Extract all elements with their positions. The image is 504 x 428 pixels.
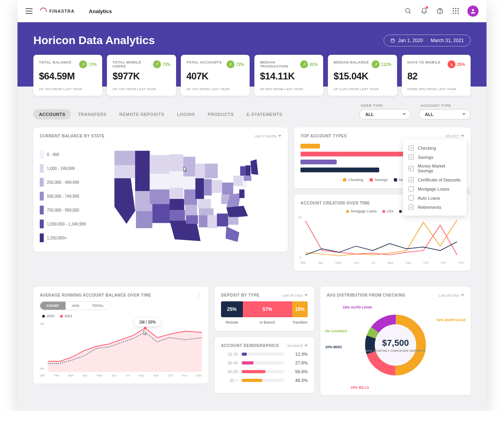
kpi-row: TOTAL BALANCE ↗ 73% $64.59M UP 73% FROM … — [33, 55, 471, 96]
us-map[interactable] — [94, 142, 281, 245]
dropdown-option[interactable]: ✓Retirements — [403, 202, 467, 212]
svg-rect-6 — [457, 8, 459, 9]
kpi-card: TOTAL ACCOUNTS ↗ 72% 407K UP 72% FROM LA… — [181, 55, 250, 96]
tab-logins[interactable]: LOGINS — [171, 109, 200, 120]
cursor-icon — [142, 330, 148, 336]
deposit-range-select[interactable]: Last 90 Days — [282, 293, 308, 297]
top-types-select[interactable]: SELECT — [446, 134, 464, 138]
demo-row: 30-44 27.8% — [221, 361, 308, 365]
svg-rect-12 — [457, 13, 459, 14]
dropdown-option[interactable]: ✓Certificate of Deposits — [403, 175, 467, 184]
card-distribution-checking: AVG DISTRIBUTION FROM CHECKING Last 30 D… — [320, 287, 471, 395]
kpi-pct: 72% — [163, 62, 171, 67]
svg-rect-22 — [150, 155, 170, 174]
menu-icon[interactable] — [25, 8, 33, 14]
filter-user-type: USER TYPE ALL — [359, 104, 411, 120]
svg-rect-34 — [184, 189, 197, 205]
map-legend: 0 - 9001,000 - 249,999250,000 - 499,9995… — [40, 142, 86, 242]
svg-rect-18 — [114, 151, 135, 166]
notification-dot-icon — [426, 6, 428, 9]
svg-line-1 — [409, 12, 411, 13]
dropdown-option[interactable]: Auto Loans — [403, 193, 467, 202]
card-title: DEPOSIT BY TYPE — [221, 293, 260, 297]
kpi-foot: UP 73% FROM LAST YEAR — [39, 87, 97, 91]
apps-icon[interactable] — [452, 7, 460, 15]
tab-remote deposits[interactable]: REMOTE DEPOSITS — [114, 109, 170, 120]
search-icon[interactable] — [404, 7, 413, 15]
type-bar — [300, 168, 379, 172]
stacked-segment: 18% — [292, 301, 308, 317]
stacked-label: Transfers — [292, 320, 308, 324]
kpi-label: MEDIAN TRANSACTION — [260, 60, 300, 68]
tab-e-statements[interactable]: E-STATEMENTS — [241, 109, 288, 120]
svg-rect-20 — [135, 151, 150, 191]
svg-point-56 — [144, 327, 146, 330]
account-type-select[interactable]: ALL — [419, 109, 471, 120]
date-range-picker[interactable]: Jan 1, 2020 · March 31, 2021 — [384, 35, 471, 46]
donut-center-sub: AVG MONTHLY CHECKING DEPOSTS — [365, 349, 425, 353]
type-bar — [300, 144, 320, 148]
topbar: FINASTRA Analytics — [17, 0, 487, 22]
dropdown-option[interactable]: Mortgage Loans — [403, 184, 467, 193]
trend-down-icon: ↘ — [448, 60, 456, 68]
donut-range-select[interactable]: Last 30 Days — [438, 293, 464, 297]
legend-item: 2020 — [42, 314, 54, 318]
kpi-value: 82 — [407, 71, 465, 82]
legend-item: 750,000 - 999,000 — [40, 206, 86, 214]
trend-up-icon: ↗ — [300, 60, 308, 68]
kpi-label: TOTAL BALANCE — [39, 60, 72, 64]
svg-rect-28 — [169, 172, 183, 188]
stacked-bar: 25%57%18% — [221, 301, 308, 317]
tabs: ACCOUNTSTRANSFERSREMOTE DEPOSITSLOGINSPR… — [33, 109, 288, 120]
legend-item: 500,000 - 749,999 — [40, 192, 86, 201]
notifications-icon[interactable] — [420, 7, 428, 15]
legend-item: 1,000 - 249,999 — [40, 164, 86, 173]
cursor-icon — [181, 166, 188, 173]
tab-products[interactable]: PRODUCTS — [202, 109, 240, 120]
trend-up-icon: ↗ — [153, 60, 161, 68]
svg-rect-53 — [245, 166, 250, 176]
kpi-foot: UP 72% FROM LAST YEAR — [186, 87, 244, 91]
legend-item: Checking — [343, 178, 363, 182]
kpi-value: $977K — [112, 71, 170, 82]
user-type-select[interactable]: ALL — [359, 109, 411, 120]
help-icon[interactable] — [436, 7, 444, 15]
stacked-label: In Branch — [243, 320, 292, 324]
legend-item: Mortgage Loans — [346, 209, 376, 213]
kpi-foot: DOWN 25% FROM LAST YEAR — [407, 87, 465, 91]
svg-rect-8 — [455, 10, 456, 12]
avatar[interactable] — [467, 6, 479, 17]
kpi-label: DAYS TO MOBILE — [407, 60, 441, 64]
segment-avg[interactable]: AVG — [66, 302, 86, 310]
svg-rect-31 — [169, 210, 185, 220]
svg-rect-43 — [199, 208, 213, 215]
dropdown-option[interactable]: ✓Checking — [403, 143, 467, 152]
tab-transfers[interactable]: TRANSFERS — [72, 109, 112, 120]
svg-rect-29 — [169, 188, 183, 199]
type-bar — [300, 152, 412, 156]
donut-chart: $7,500 AVG MONTHLY CHECKING DEPOSTS 50% … — [327, 301, 464, 389]
tab-accounts[interactable]: ACCOUNTS — [33, 109, 71, 120]
svg-rect-35 — [185, 205, 197, 215]
kpi-card: MEDIAN BALANCE ↗ 112% $15.04K UP 112% FR… — [328, 55, 397, 96]
segment-total[interactable]: TOTAL — [86, 302, 110, 310]
kpi-card: DAYS TO MOBILE ↘ 25% 82 DOWN 25% FROM LA… — [402, 55, 471, 96]
trend-up-icon: ↗ — [372, 60, 380, 68]
kpi-value: 407K — [186, 71, 244, 82]
segment-count[interactable]: COUNT — [40, 302, 66, 310]
svg-rect-49 — [228, 217, 238, 225]
map-range-select[interactable]: Last 6 Months — [254, 134, 281, 138]
demographics-select[interactable]: SAVINGS — [287, 344, 308, 348]
dropdown-option[interactable]: ✓Money Market Savings — [403, 162, 467, 175]
svg-rect-44 — [199, 215, 207, 227]
chart-tooltip: 1M / 20% — [134, 318, 161, 326]
kpi-foot: UP 72% FROM LAST YEAR — [112, 87, 170, 91]
card-running-balance: AVERAGE RUNNING ACCOUNT BALANCE OVER TIM… — [33, 287, 208, 384]
legend-item: 0 - 900 — [40, 150, 86, 159]
kpi-pct: 72% — [236, 62, 244, 67]
card-title: CURRENT BALANCE BY STATE — [40, 134, 105, 138]
more-icon[interactable]: ⋮ — [196, 294, 202, 297]
creation-chart: 50 0 — [300, 216, 464, 259]
dropdown-option[interactable]: ✓Savings — [403, 152, 467, 162]
segment-control: COUNTAVGTOTAL — [40, 301, 110, 310]
